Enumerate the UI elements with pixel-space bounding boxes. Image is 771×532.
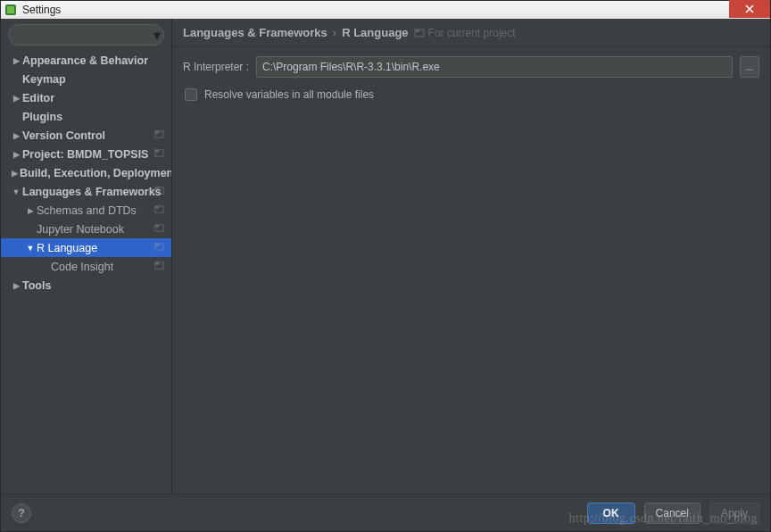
breadcrumb: Languages & Frameworks › R Language For … [172, 19, 770, 47]
project-badge-icon [154, 242, 164, 254]
tree-item[interactable]: Code Insight [1, 257, 171, 276]
expand-arrow-icon: ▼ [12, 187, 21, 196]
window-title: Settings [22, 4, 61, 16]
tree-item-label: Editor [22, 92, 54, 104]
interpreter-path-input[interactable] [256, 56, 733, 78]
tree-item-label: Version Control [22, 129, 105, 142]
expand-arrow-icon: ▶ [12, 131, 21, 140]
cancel-button[interactable]: Cancel [644, 503, 701, 524]
project-badge-icon [154, 223, 164, 236]
svg-rect-7 [155, 149, 160, 152]
resolve-vars-checkbox[interactable] [185, 88, 197, 101]
tree-item-label: R Language [37, 242, 97, 254]
expand-arrow-icon: ▶ [12, 150, 21, 159]
interpreter-row: R Interpreter : ... [183, 56, 759, 78]
project-scope-hint: For current project [414, 27, 516, 39]
expand-arrow-icon: ▶ [26, 206, 35, 215]
main-panel: Languages & Frameworks › R Language For … [172, 19, 770, 494]
help-button[interactable]: ? [12, 503, 31, 523]
svg-rect-1 [7, 6, 14, 13]
tree-item[interactable]: ▶Build, Execution, Deployment [1, 163, 171, 182]
tree-item-label: Build, Execution, Deployment [20, 167, 171, 179]
resolve-vars-label: Resolve variables in all module files [204, 88, 374, 101]
tree-item[interactable]: ▶Tools [1, 276, 171, 295]
sidebar: ▾ ▶Appearance & BehaviorKeymap▶EditorPlu… [1, 19, 172, 494]
sidebar-search-input[interactable] [20, 29, 153, 41]
breadcrumb-root: Languages & Frameworks [183, 26, 327, 39]
project-badge-icon [154, 186, 164, 198]
expand-arrow-icon: ▶ [12, 169, 18, 178]
resolve-vars-row: Resolve variables in all module files [183, 88, 759, 101]
expand-arrow-icon: ▶ [12, 94, 21, 103]
tree-item[interactable]: Plugins [1, 107, 171, 126]
tree-item-label: Project: BMDM_TOPSIS [22, 148, 148, 161]
svg-rect-15 [155, 243, 160, 245]
dialog-body: ▾ ▶Appearance & BehaviorKeymap▶EditorPlu… [1, 19, 770, 494]
project-badge-icon [154, 129, 164, 142]
chevron-down-icon: ▾ [153, 27, 161, 44]
expand-arrow-icon: ▶ [12, 56, 21, 65]
tree-item[interactable]: ▶Schemas and DTDs [1, 201, 171, 220]
project-icon [414, 28, 425, 38]
expand-arrow-icon: ▼ [26, 244, 35, 253]
browse-button[interactable]: ... [740, 56, 759, 78]
tree-item-label: Appearance & Behavior [22, 54, 148, 67]
project-scope-label: For current project [428, 27, 516, 39]
titlebar: Settings [1, 1, 770, 19]
svg-rect-19 [415, 29, 419, 32]
tree-item-label: Code Insight [51, 261, 113, 273]
settings-form: R Interpreter : ... Resolve variables in… [172, 47, 770, 110]
tree-item[interactable]: ▶Appearance & Behavior [1, 51, 171, 70]
tree-item[interactable]: ▼Languages & Frameworks [1, 182, 171, 201]
tree-item-label: Tools [22, 279, 51, 292]
tree-item-label: Plugins [22, 111, 62, 123]
svg-rect-13 [155, 224, 160, 227]
svg-rect-9 [155, 187, 160, 189]
tree-item[interactable]: Jupyter Notebook [1, 220, 171, 238]
tree-item[interactable]: ▶Version Control [1, 126, 171, 145]
tree-item-label: Jupyter Notebook [37, 223, 124, 236]
project-badge-icon [154, 148, 164, 161]
project-badge-icon [154, 261, 164, 273]
svg-rect-17 [155, 262, 160, 264]
expand-arrow-icon: ▶ [12, 281, 21, 290]
window-close-button[interactable] [729, 0, 770, 18]
svg-rect-5 [155, 130, 160, 133]
tree-item[interactable]: ▶Editor [1, 88, 171, 107]
sidebar-search[interactable]: ▾ [8, 24, 164, 46]
interpreter-label: R Interpreter : [183, 61, 249, 73]
tree-item[interactable]: ▼R Language [1, 238, 171, 257]
app-icon [4, 4, 17, 16]
breadcrumb-leaf: R Language [342, 26, 408, 39]
breadcrumb-separator: › [333, 26, 336, 39]
project-badge-icon [154, 204, 164, 217]
tree-item-label: Keymap [22, 73, 66, 86]
tree-item[interactable]: ▶Project: BMDM_TOPSIS [1, 145, 171, 163]
tree-item[interactable]: Keymap [1, 70, 171, 88]
dialog-footer: ? OK Cancel Apply http://blog.csdn.net/f… [1, 494, 770, 531]
tree-item-label: Schemas and DTDs [37, 204, 137, 217]
settings-window: Settings ▾ ▶Appearance & BehaviorKeymap▶… [0, 0, 771, 532]
tree-item-label: Languages & Frameworks [22, 186, 162, 198]
ok-button[interactable]: OK [587, 503, 635, 524]
settings-tree: ▶Appearance & BehaviorKeymap▶EditorPlugi… [1, 51, 171, 494]
apply-button[interactable]: Apply [709, 503, 759, 524]
close-icon [745, 4, 754, 13]
svg-rect-11 [155, 205, 160, 208]
